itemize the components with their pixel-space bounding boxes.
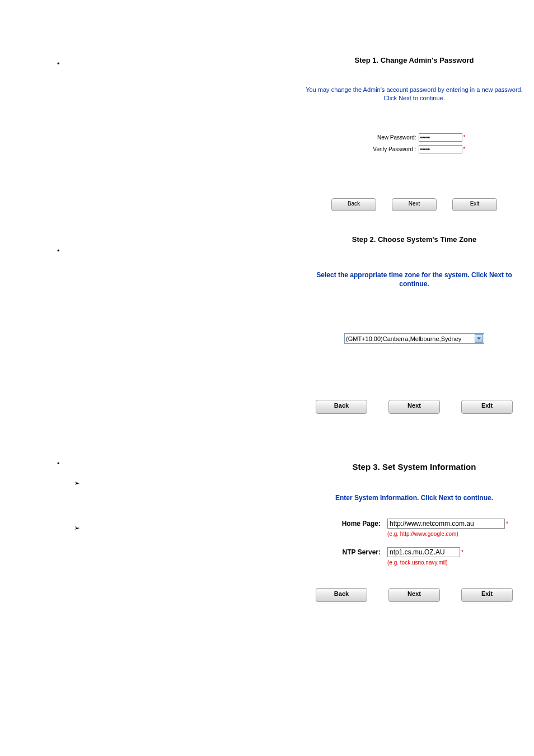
exit-button[interactable]: Exit xyxy=(461,588,513,602)
step3-instruction: Enter System Information. Click Next to … xyxy=(302,494,526,502)
step3-panel: Step 3. Set System Information Enter Sys… xyxy=(302,462,526,602)
new-password-row: New Password: * xyxy=(363,133,466,142)
step2-button-row: Back Next Exit xyxy=(302,400,526,414)
verify-password-row: Verify Password : * xyxy=(363,145,466,153)
exit-button[interactable]: Exit xyxy=(452,198,497,211)
step1-title: Step 1. Change Admin's Password xyxy=(302,56,526,64)
home-page-row: Home Page: * (e.g. http://www.google.com… xyxy=(302,519,526,537)
ntp-field: * (e.g. tock.usno.navy.mil) xyxy=(387,547,526,566)
arrow-bullet-icon: ➢ xyxy=(74,479,80,487)
home-page-hint: (e.g. http://www.google.com) xyxy=(387,531,526,537)
required-star-icon: * xyxy=(461,549,463,556)
exit-button[interactable]: Exit xyxy=(461,400,513,414)
ntp-input[interactable] xyxy=(387,547,460,557)
home-page-input[interactable] xyxy=(387,519,505,529)
next-button[interactable]: Next xyxy=(388,400,440,414)
page: • • • ➢ ➢ Step 1. Change Admin's Passwor… xyxy=(0,0,534,756)
step2-instruction: Select the appropriate time zone for the… xyxy=(302,270,526,288)
verify-password-input[interactable] xyxy=(419,145,462,153)
bullet-icon: • xyxy=(57,246,60,255)
step3-title: Step 3. Set System Information xyxy=(302,462,526,472)
system-info-block: Home Page: * (e.g. http://www.google.com… xyxy=(302,519,526,566)
next-button[interactable]: Next xyxy=(388,588,440,602)
step3-button-row: Back Next Exit xyxy=(302,588,526,602)
required-star-icon: * xyxy=(463,134,466,141)
home-page-label: Home Page: xyxy=(302,519,387,528)
ntp-label: NTP Server: xyxy=(302,547,387,556)
step2-title: Step 2. Choose System's Time Zone xyxy=(302,235,526,244)
timezone-select-wrap: (GMT+10:00)Canberra,Melbourne,Sydney xyxy=(302,333,526,344)
step1-panel: Step 1. Change Admin's Password You may … xyxy=(302,56,526,211)
timezone-value: (GMT+10:00)Canberra,Melbourne,Sydney xyxy=(346,335,461,342)
new-password-label: New Password: xyxy=(363,134,416,141)
bullet-icon: • xyxy=(57,59,60,68)
timezone-select[interactable]: (GMT+10:00)Canberra,Melbourne,Sydney xyxy=(344,333,484,344)
required-star-icon: * xyxy=(506,521,508,527)
ntp-hint: (e.g. tock.usno.navy.mil) xyxy=(387,559,526,566)
verify-password-wrap: * xyxy=(419,145,466,153)
back-button[interactable]: Back xyxy=(316,588,367,602)
arrow-bullet-icon: ➢ xyxy=(74,524,80,532)
step1-instruction: You may change the Admin's account passw… xyxy=(302,86,526,102)
next-button[interactable]: Next xyxy=(392,198,437,211)
step2-panel: Step 2. Choose System's Time Zone Select… xyxy=(302,235,526,414)
back-button[interactable]: Back xyxy=(331,198,376,211)
back-button[interactable]: Back xyxy=(316,400,367,414)
chevron-down-icon xyxy=(475,334,483,343)
step1-button-row: Back Next Exit xyxy=(302,198,526,211)
bullet-icon: • xyxy=(57,459,60,468)
new-password-wrap: * xyxy=(419,133,466,142)
new-password-input[interactable] xyxy=(419,133,462,142)
required-star-icon: * xyxy=(463,146,466,152)
password-block: New Password: * Verify Password : * xyxy=(302,133,526,153)
ntp-row: NTP Server: * (e.g. tock.usno.navy.mil) xyxy=(302,547,526,566)
home-page-field: * (e.g. http://www.google.com) xyxy=(387,519,526,537)
verify-password-label: Verify Password : xyxy=(363,146,416,152)
